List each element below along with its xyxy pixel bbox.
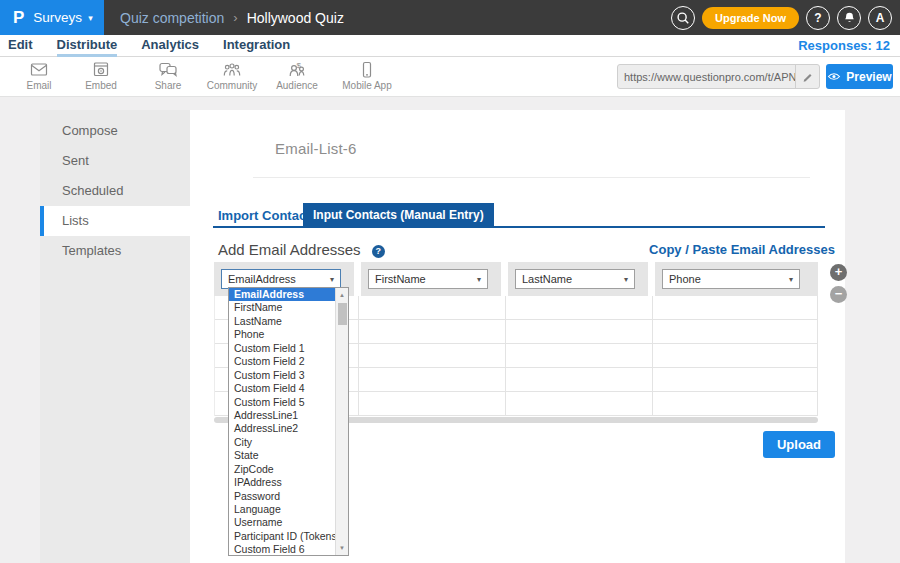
survey-nav: Edit Distribute Analytics Integration Re… <box>0 35 900 57</box>
lists-panel: Email-List-6 Import Contacts Input Conta… <box>190 110 845 563</box>
top-actions: Upgrade Now ? A <box>671 0 892 35</box>
select-arrow-icon: ▾ <box>789 275 793 284</box>
dropdown-option[interactable]: LastName <box>229 315 335 328</box>
survey-url-field[interactable]: https://www.questionpro.com/t/APNrFZ <box>617 64 820 89</box>
copy-paste-email-link[interactable]: Copy / Paste Email Addresses <box>649 242 835 257</box>
column-select-phone[interactable]: Phone ▾ <box>662 269 800 289</box>
sidebar-item-lists[interactable]: Lists <box>40 206 190 236</box>
dropdown-option[interactable]: AddressLine2 <box>229 422 335 435</box>
dropdown-option[interactable]: City <box>229 436 335 449</box>
scroll-up-icon[interactable]: ▲ <box>336 289 348 301</box>
dropdown-option[interactable]: Custom Field 6 <box>229 543 335 555</box>
tool-embed[interactable]: Embed <box>70 61 132 91</box>
dropdown-option[interactable]: Username <box>229 516 335 529</box>
mobile-app-icon <box>357 61 377 79</box>
add-row-button[interactable]: + <box>830 264 847 281</box>
dropdown-option[interactable]: Phone <box>229 328 335 341</box>
dropdown-option[interactable]: AddressLine1 <box>229 409 335 422</box>
dropdown-option-selected[interactable]: EmailAddress <box>229 288 335 301</box>
email-list-title[interactable]: Email-List-6 <box>275 140 357 157</box>
column-gap <box>648 262 655 296</box>
dropdown-option[interactable]: Password <box>229 490 335 503</box>
select-arrow-icon: ▾ <box>330 275 334 284</box>
tool-label: Embed <box>85 80 117 91</box>
dropdown-option[interactable]: FirstName <box>229 301 335 314</box>
nav-item-analytics[interactable]: Analytics <box>141 35 199 57</box>
eye-icon <box>827 71 841 82</box>
dropdown-option[interactable]: State <box>229 449 335 462</box>
sidebar-item-templates[interactable]: Templates <box>40 236 190 266</box>
nav-item-integration[interactable]: Integration <box>223 35 290 57</box>
product-menu[interactable]: P Surveys ▾ <box>0 0 104 35</box>
top-bar: P Surveys ▾ Quiz competition › Hollywood… <box>0 0 900 35</box>
notifications-button[interactable] <box>837 6 861 30</box>
dropdown-option[interactable]: Custom Field 2 <box>229 355 335 368</box>
sidebar-item-scheduled[interactable]: Scheduled <box>40 176 190 206</box>
product-name: Surveys <box>33 10 82 25</box>
tool-mobile-app[interactable]: Mobile App <box>336 61 398 91</box>
remove-row-button[interactable]: − <box>830 286 847 303</box>
distribute-toolbar: Email Embed Share Community $ Audience M… <box>0 57 900 97</box>
preview-button[interactable]: Preview <box>826 64 893 89</box>
tool-community[interactable]: Community <box>201 61 263 91</box>
nav-item-distribute[interactable]: Distribute <box>57 35 118 57</box>
add-email-addresses-label: Add Email Addresses <box>218 241 361 258</box>
tool-label: Mobile App <box>342 80 391 91</box>
select-value: FirstName <box>375 273 473 285</box>
nav-item-edit[interactable]: Edit <box>8 35 33 57</box>
upgrade-now-button[interactable]: Upgrade Now <box>702 7 799 29</box>
help-button[interactable]: ? <box>806 6 830 30</box>
scroll-down-icon[interactable]: ▼ <box>336 542 348 554</box>
dropdown-scrollbar[interactable]: ▲ ▼ <box>335 288 348 555</box>
responses-count[interactable]: Responses: 12 <box>798 35 890 57</box>
column-select-email-address[interactable]: EmailAddress ▾ <box>221 269 341 289</box>
tool-audience[interactable]: $ Audience <box>266 61 328 91</box>
tool-share[interactable]: Share <box>137 61 199 91</box>
column-select-first-name[interactable]: FirstName ▾ <box>368 269 488 289</box>
preview-label: Preview <box>846 70 891 84</box>
chevron-down-icon: ▾ <box>88 13 93 23</box>
pencil-icon <box>802 71 814 83</box>
search-button[interactable] <box>671 6 695 30</box>
dropdown-option[interactable]: IPAddress <box>229 476 335 489</box>
tool-email[interactable]: Email <box>8 61 70 91</box>
bell-icon <box>843 11 856 24</box>
column-gap <box>354 262 361 296</box>
tab-underline <box>213 226 825 228</box>
column-select-last-name[interactable]: LastName ▾ <box>515 269 635 289</box>
dropdown-option[interactable]: Participant ID (Tokens) <box>229 530 335 543</box>
account-avatar[interactable]: A <box>868 6 892 30</box>
search-icon <box>676 11 690 25</box>
upload-button[interactable]: Upload <box>763 431 835 458</box>
select-arrow-icon: ▾ <box>477 275 481 284</box>
select-value: Phone <box>669 273 785 285</box>
scrollbar-thumb[interactable] <box>338 303 347 325</box>
tab-input-contacts-manual[interactable]: Input Contacts (Manual Entry) <box>303 203 494 228</box>
breadcrumb-parent[interactable]: Quiz competition <box>120 10 224 26</box>
community-icon <box>222 61 242 79</box>
share-icon <box>158 61 178 79</box>
dropdown-option[interactable]: Custom Field 3 <box>229 369 335 382</box>
column-gap <box>501 262 508 296</box>
dropdown-option[interactable]: Custom Field 5 <box>229 396 335 409</box>
edit-url-button[interactable] <box>795 65 819 88</box>
dropdown-option[interactable]: Custom Field 1 <box>229 342 335 355</box>
email-icon <box>29 61 49 79</box>
dropdown-option[interactable]: ZipCode <box>229 463 335 476</box>
embed-icon <box>91 61 111 79</box>
sidebar-item-compose[interactable]: Compose <box>40 116 190 146</box>
field-dropdown-open: EmailAddress FirstName LastName Phone Cu… <box>228 287 349 556</box>
questionpro-app: P Surveys ▾ Quiz competition › Hollywood… <box>0 0 900 563</box>
select-value: EmailAddress <box>228 273 326 285</box>
tool-label: Email <box>26 80 51 91</box>
breadcrumb-current: Hollywood Quiz <box>247 10 344 26</box>
select-arrow-icon: ▾ <box>624 275 628 284</box>
field-dropdown-options: EmailAddress FirstName LastName Phone Cu… <box>229 288 335 555</box>
sidebar-item-sent[interactable]: Sent <box>40 146 190 176</box>
column-divider <box>358 296 359 416</box>
dropdown-option[interactable]: Custom Field 4 <box>229 382 335 395</box>
help-icon[interactable]: ? <box>372 245 385 258</box>
select-value: LastName <box>522 273 620 285</box>
dropdown-option[interactable]: Language <box>229 503 335 516</box>
breadcrumb-separator-icon: › <box>233 10 237 25</box>
